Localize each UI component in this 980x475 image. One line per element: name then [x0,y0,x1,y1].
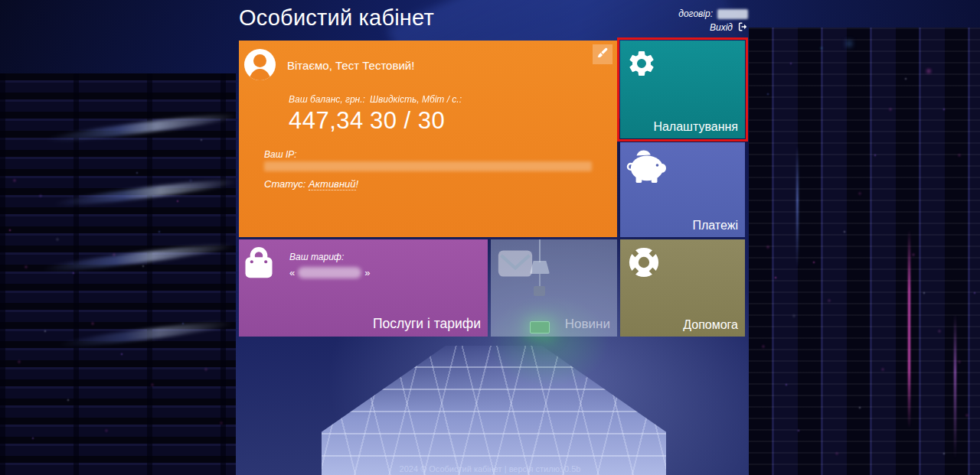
tile-settings-label: Налаштування [653,120,738,134]
tariff-name-redacted [298,267,361,278]
tariff-quote-close: » [364,267,370,278]
led-strip [908,229,910,428]
contract-label: договір: [678,8,713,19]
speed-stat: Швидкість, Мбіт / с.: 30 / 30 [370,94,462,135]
led-strip [796,145,799,268]
gear-icon [626,48,657,82]
rack-leds-right [0,0,2,2]
contract-row: договір: [678,8,748,20]
logout-button[interactable]: Вихід [678,21,748,34]
status-link[interactable]: Активний [309,178,355,190]
tile-services[interactable]: Ваш тариф: « » Послуги і тарифи [239,239,488,337]
ip-label: Ваш IP: [264,149,297,160]
customize-button[interactable] [593,44,612,64]
server-rack-right [749,28,980,475]
lifebuoy-icon [628,246,660,281]
avatar [244,49,276,80]
tile-help[interactable]: Допомога [620,239,745,337]
header-account-area: договір: Вихід [678,8,748,34]
tile-payments[interactable]: Платежі [620,142,745,237]
person-icon [249,69,271,80]
profile-tile[interactable]: Вітаємо, Тест Тестовий! Ваш баланс, грн.… [239,41,617,237]
shopping-bag-icon [243,245,275,285]
tile-help-label: Допомога [683,318,738,332]
status-suffix: ! [356,178,359,190]
piggy-bank-icon [625,147,669,188]
person-icon [253,54,266,67]
tile-settings[interactable]: Налаштування [620,41,745,138]
tariff-value-row: « » [289,267,370,278]
balance-label: Ваш баланс, грн.: [289,94,365,105]
tile-news-label: Новини [565,317,610,332]
speed-value: 30 / 30 [370,107,462,135]
tile-payments-label: Платежі [692,219,738,233]
led-strip [954,314,956,459]
ip-address-redacted [264,161,592,171]
contract-number-redacted [717,9,748,19]
personal-cabinet-page: Особистий кабінет договір: Вихід Вітаємо… [0,0,980,475]
page-title: Особистий кабінет [239,5,434,31]
balance-stat: Ваш баланс, грн.: 447,34 [289,94,365,135]
tariff-quote-open: « [289,267,295,278]
tariff-label: Ваш тариф: [289,252,344,262]
logout-label: Вихід [710,22,733,33]
tile-services-label: Послуги і тарифи [373,316,481,332]
status-line: Статус: Активний! [264,178,358,190]
speed-label: Швидкість, Мбіт / с.: [370,94,462,105]
footer-copyright: 2024 © Особистий кабінет | версія стилю:… [0,464,980,473]
envelope-icon [497,246,534,284]
status-label: Статус: [264,178,305,190]
balance-value: 447,34 [289,107,365,135]
brush-icon [596,47,609,62]
greeting-text: Вітаємо, Тест Тестовий! [287,59,414,72]
logout-icon [733,21,748,34]
tile-news[interactable]: Новини [491,239,617,337]
